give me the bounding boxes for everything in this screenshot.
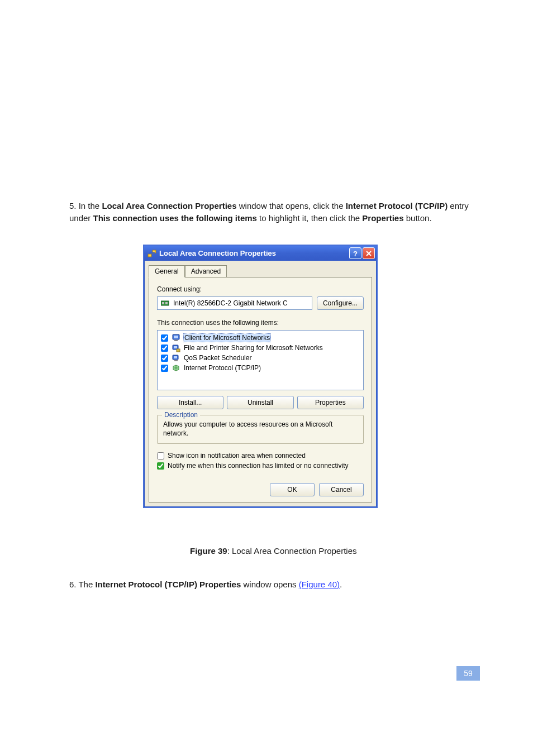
item-label: File and Printer Sharing for Microsoft N… bbox=[184, 344, 323, 352]
svg-rect-5 bbox=[165, 302, 168, 304]
figure-caption: Figure 39: Local Area Connection Propert… bbox=[190, 545, 357, 557]
client-icon bbox=[172, 333, 180, 342]
svg-rect-0 bbox=[148, 254, 151, 257]
tab-general[interactable]: General bbox=[149, 265, 185, 277]
list-item[interactable]: QoS Packet Scheduler bbox=[161, 353, 360, 363]
description-group: Description Allows your computer to acce… bbox=[157, 415, 364, 444]
instruction-step-6: 6. The Internet Protocol (TCP/IP) Proper… bbox=[69, 578, 472, 591]
item-checkbox[interactable] bbox=[161, 334, 168, 342]
description-legend: Description bbox=[162, 411, 200, 419]
item-label: Internet Protocol (TCP/IP) bbox=[184, 364, 261, 372]
title-text: Local Area Connection Properties bbox=[159, 249, 276, 257]
item-checkbox[interactable] bbox=[161, 365, 168, 372]
svg-rect-7 bbox=[174, 336, 178, 338]
items-label: This connection uses the following items… bbox=[157, 319, 364, 327]
list-item[interactable]: File and Printer Sharing for Microsoft N… bbox=[161, 343, 360, 353]
qos-icon bbox=[172, 353, 180, 362]
uninstall-button[interactable]: Uninstall bbox=[227, 396, 293, 409]
notify-checkbox[interactable] bbox=[157, 462, 164, 470]
svg-text:?: ? bbox=[353, 250, 358, 257]
show-icon-label: Show icon in notification area when conn… bbox=[168, 452, 306, 460]
install-button[interactable]: Install... bbox=[157, 396, 223, 409]
items-listbox[interactable]: Client for Microsoft Networks File and P… bbox=[157, 330, 364, 390]
list-item[interactable]: Internet Protocol (TCP/IP) bbox=[161, 363, 360, 373]
description-text: Allows your computer to access resources… bbox=[163, 420, 358, 438]
tcpip-icon bbox=[172, 363, 180, 372]
connect-using-label: Connect using: bbox=[157, 285, 364, 293]
properties-button[interactable]: Properties bbox=[297, 396, 364, 409]
sharing-icon bbox=[172, 343, 180, 352]
configure-button[interactable]: Configure... bbox=[317, 296, 364, 310]
svg-rect-4 bbox=[162, 302, 164, 304]
svg-rect-11 bbox=[177, 349, 180, 352]
figure-link[interactable]: (Figure 40) bbox=[299, 580, 340, 589]
notify-label: Notify me when this connection has limit… bbox=[168, 462, 349, 470]
instruction-step-5: 5. In the Local Area Connection Properti… bbox=[69, 200, 472, 224]
tab-strip: General Advanced bbox=[144, 261, 377, 277]
item-checkbox[interactable] bbox=[161, 344, 168, 352]
ok-button[interactable]: OK bbox=[270, 483, 315, 496]
svg-rect-13 bbox=[174, 356, 177, 358]
page-number: 59 bbox=[456, 666, 480, 681]
list-item[interactable]: Client for Microsoft Networks bbox=[161, 333, 360, 343]
svg-rect-8 bbox=[174, 340, 178, 341]
cancel-button[interactable]: Cancel bbox=[319, 483, 364, 496]
help-button[interactable]: ? bbox=[349, 247, 361, 259]
item-checkbox[interactable] bbox=[161, 355, 168, 362]
lac-properties-dialog: Local Area Connection Properties ? Gener… bbox=[143, 245, 378, 508]
notify-row[interactable]: Notify me when this connection has limit… bbox=[157, 462, 364, 470]
svg-rect-10 bbox=[174, 346, 177, 348]
network-icon bbox=[147, 249, 156, 258]
nic-field: Intel(R) 82566DC-2 Gigabit Network C bbox=[157, 296, 312, 310]
show-icon-row[interactable]: Show icon in notification area when conn… bbox=[157, 452, 364, 460]
tab-advanced[interactable]: Advanced bbox=[185, 265, 227, 277]
svg-rect-14 bbox=[174, 360, 178, 361]
item-label: QoS Packet Scheduler bbox=[184, 354, 251, 362]
item-label: Client for Microsoft Networks bbox=[184, 334, 270, 342]
nic-card-icon bbox=[161, 300, 170, 307]
show-icon-checkbox[interactable] bbox=[157, 452, 164, 460]
general-panel: Connect using: Intel(R) 82566DC-2 Gigabi… bbox=[149, 277, 372, 503]
nic-name: Intel(R) 82566DC-2 Gigabit Network C bbox=[173, 299, 288, 307]
close-button[interactable] bbox=[363, 247, 375, 259]
titlebar: Local Area Connection Properties ? bbox=[144, 246, 377, 261]
